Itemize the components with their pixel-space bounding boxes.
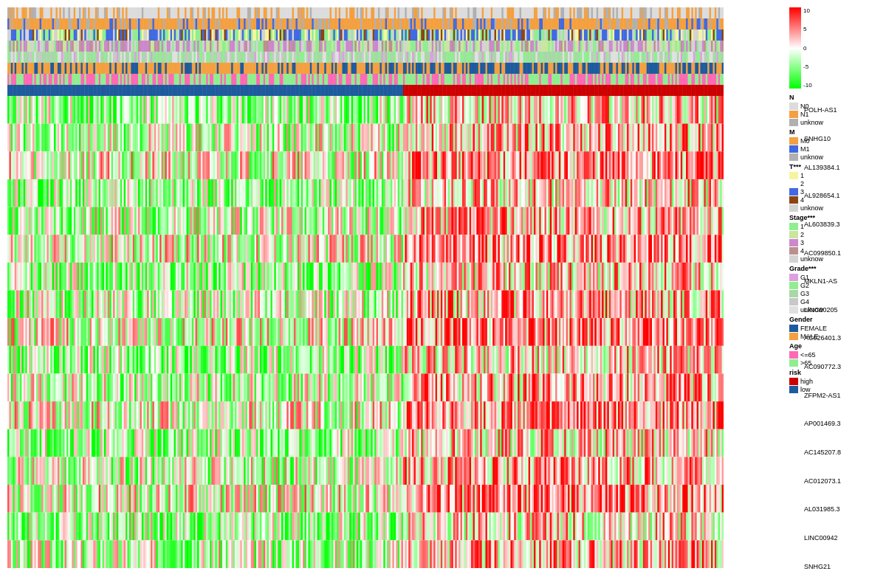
gene-label: LINC00205	[804, 306, 841, 314]
legend-swatch	[789, 274, 798, 281]
colorbar-tick-label: -5	[803, 63, 812, 70]
gene-label: POLH-AS1	[804, 106, 841, 114]
legend-swatch	[789, 290, 798, 297]
legend-swatch	[789, 204, 798, 212]
main-wrapper: POLH-AS1SNHG10AL139384.1AL928654.1AL6038…	[0, 0, 886, 588]
colorbar-tick-label: 10	[803, 7, 812, 14]
annotation-canvas	[7, 7, 724, 96]
legend-swatch	[789, 103, 798, 110]
gene-label: AC090772.3	[804, 363, 841, 370]
gene-label: AL031985.3	[804, 505, 841, 513]
legend-swatch	[789, 231, 798, 238]
legend-swatch	[789, 282, 798, 289]
legend-swatch	[789, 351, 798, 359]
legend-swatch	[789, 359, 798, 367]
legend-swatch	[789, 239, 798, 246]
heatmap-canvas	[7, 96, 724, 568]
gene-label: AL928654.1	[804, 192, 841, 199]
legend-swatch	[789, 172, 798, 179]
colorbar-legend: 1050-5-10	[789, 7, 879, 89]
colorbar-labels: 1050-5-10	[803, 7, 812, 89]
colorbar-tick-label: 0	[803, 45, 812, 52]
gene-label: ZFPM2-AS1	[804, 392, 841, 399]
legend-swatch	[789, 180, 798, 187]
legend-swatch	[789, 298, 798, 305]
gene-label: MKLN1-AS	[804, 277, 841, 285]
legend-swatch	[789, 119, 798, 126]
gene-labels: POLH-AS1SNHG10AL139384.1AL928654.1AL6038…	[804, 96, 841, 581]
legend-swatch	[789, 255, 798, 263]
legend-swatch	[789, 223, 798, 230]
gene-label: AP001469.3	[804, 420, 841, 427]
legend-swatch	[789, 386, 798, 393]
legend-swatch	[789, 188, 798, 196]
gene-label: AL139384.1	[804, 164, 841, 171]
colorbar-canvas	[789, 7, 801, 89]
legend-swatch	[789, 247, 798, 255]
colorbar-tick-label: 5	[803, 26, 812, 32]
legend-swatch	[789, 196, 798, 204]
legend-swatch	[789, 306, 798, 314]
heatmap-panel: POLH-AS1SNHG10AL139384.1AL928654.1AL6038…	[7, 7, 783, 581]
legend-swatch	[789, 333, 798, 340]
legend-swatch	[789, 153, 798, 161]
legend-swatch	[789, 378, 798, 385]
gene-label: AC012073.1	[804, 477, 841, 485]
legend-swatch	[789, 325, 798, 332]
gene-label: AL603839.3	[804, 221, 841, 228]
gene-label: AC026401.3	[804, 334, 841, 342]
gene-label: AC099850.1	[804, 249, 841, 257]
colorbar-tick-label: -10	[803, 82, 812, 89]
gene-label: SNHG10	[804, 135, 841, 142]
legend-swatch	[789, 145, 798, 153]
legend-swatch	[789, 137, 798, 145]
gene-label: AC145207.8	[804, 449, 841, 456]
gene-label: LINC00942	[804, 534, 841, 542]
gene-label: SNHG21	[804, 563, 841, 570]
legend-swatch	[789, 111, 798, 118]
